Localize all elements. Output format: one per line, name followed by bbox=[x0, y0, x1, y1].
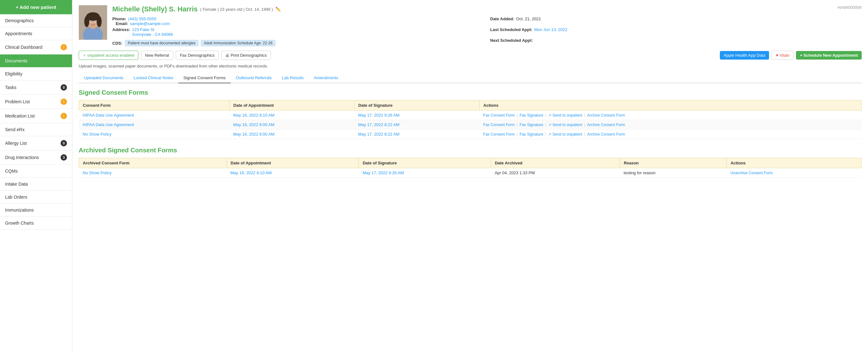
sidebar-item-clinical-dashboard[interactable]: Clinical Dashboard! bbox=[0, 40, 72, 55]
patient-header: Michelle (Shelly) S. Harris ( Female | 2… bbox=[79, 5, 862, 46]
edit-patient-icon[interactable]: ✏️ bbox=[275, 7, 281, 12]
sidebar-item-documents[interactable]: Documents bbox=[0, 55, 72, 68]
svg-point-5 bbox=[84, 16, 90, 27]
sidebar-item-label: Problem List bbox=[5, 99, 30, 104]
date-added-value: Oct. 21, 2021 bbox=[516, 16, 541, 26]
address-row: Address: 123 Fake St Sunnyvale , CA 9408… bbox=[112, 27, 484, 37]
action-archive-consent-form[interactable]: Archive Consent Form bbox=[587, 122, 625, 127]
signed-form-row: HIPAA Data Use AgreementMay 18, 2022 8:1… bbox=[79, 111, 862, 120]
sidebar-item-label: Growth Charts bbox=[5, 220, 34, 225]
archived-date-sig: May 17, 2022 9:26 AM bbox=[359, 168, 491, 178]
last-appt-label: Last Scheduled Appt: bbox=[490, 27, 532, 37]
sidebar-item-cqms[interactable]: CQMs bbox=[0, 165, 72, 178]
sidebar-item-label: Eligibility bbox=[5, 71, 22, 76]
sidebar-item-send-erx[interactable]: Send eRx bbox=[0, 123, 72, 136]
svg-point-9 bbox=[91, 21, 92, 22]
action-send-to-onpatient[interactable]: ↗ Send to onpatient bbox=[548, 132, 582, 137]
tab-amendments[interactable]: Amendments bbox=[309, 73, 343, 83]
patient-info: Michelle (Shelly) S. Harris ( Female | 2… bbox=[112, 5, 862, 46]
signed-col-header: Date of Signature bbox=[354, 100, 479, 111]
tab-outbound[interactable]: Outbound Referrals bbox=[230, 73, 277, 83]
patient-name: Michelle (Shelly) S. Harris bbox=[112, 5, 198, 13]
archived-col-header: Date Archived bbox=[491, 158, 620, 168]
sidebar-badge: ! bbox=[61, 44, 67, 50]
action-fax-signature[interactable]: Fax Signature bbox=[520, 132, 544, 137]
sidebar-item-eligibility[interactable]: Eligibility bbox=[0, 68, 72, 80]
document-tabs: Uploaded DocumentsLocked Clinical NotesS… bbox=[79, 73, 862, 83]
patient-id: HAMI000006 bbox=[838, 5, 862, 10]
date-archived: Apr 04, 2023 1:33 PM bbox=[491, 168, 620, 178]
action-fax-signature[interactable]: Fax Signature bbox=[520, 122, 544, 127]
signed-form-row: HIPAA Data Use AgreementMay 18, 2022 8:0… bbox=[79, 120, 862, 130]
sidebar-item-appointments[interactable]: Appointments bbox=[0, 27, 72, 40]
signed-col-header: Date of Appointment bbox=[229, 100, 354, 111]
sidebar-item-problem-list[interactable]: Problem List! bbox=[0, 95, 72, 109]
signed-form-row: No Show PolicyMay 18, 2022 8:00 AMMay 17… bbox=[79, 130, 862, 139]
schedule-appointment-button[interactable]: + Schedule New Appointment bbox=[796, 51, 862, 60]
next-appt-row: Next Scheduled Appt: bbox=[490, 38, 862, 46]
signed-forms-section: Signed Consent Forms Consent FormDate of… bbox=[79, 89, 862, 139]
archived-col-header: Reason bbox=[620, 158, 726, 168]
address-value: 123 Fake St Sunnyvale , CA 94089 bbox=[132, 27, 173, 37]
signed-forms-title: Signed Consent Forms bbox=[79, 89, 862, 96]
sidebar-item-label: Intake Data bbox=[5, 181, 28, 186]
add-patient-button[interactable]: + Add new patient bbox=[0, 0, 72, 14]
sidebar-item-growth-charts[interactable]: Growth Charts bbox=[0, 217, 72, 230]
action-unarchive-consent-form[interactable]: Unarchive Consent Form bbox=[730, 171, 773, 175]
form-actions: Fax Consent Form|Fax Signature|↗ Send to… bbox=[479, 130, 861, 139]
date-sig: May 17, 2022 9:26 AM bbox=[354, 111, 479, 120]
patient-name-row: Michelle (Shelly) S. Harris ( Female | 2… bbox=[112, 5, 862, 13]
tab-uploaded[interactable]: Uploaded Documents bbox=[79, 73, 128, 83]
archived-forms-table: Archived Consent FormDate of Appointment… bbox=[79, 158, 862, 178]
archived-form-link[interactable]: No Show Policy bbox=[83, 170, 112, 175]
consent-form-link[interactable]: No Show Policy bbox=[83, 132, 112, 137]
email-label: Email: bbox=[116, 21, 128, 26]
archived-col-header: Archived Consent Form bbox=[79, 158, 227, 168]
patient-details-grid: Phone: (443) 555-5555 Email: sample@samp… bbox=[112, 16, 862, 46]
archived-actions: Unarchive Consent Form bbox=[726, 168, 861, 178]
consent-form-link[interactable]: HIPAA Data Use Agreement bbox=[83, 122, 134, 127]
action-fax-consent-form[interactable]: Fax Consent Form bbox=[483, 122, 515, 127]
print-demographics-button[interactable]: 🖨 Print Demographics bbox=[221, 51, 271, 60]
sidebar-item-allergy-list[interactable]: Allergy List0 bbox=[0, 136, 72, 150]
sidebar-item-demographics[interactable]: Demographics bbox=[0, 14, 72, 27]
sidebar-item-tasks[interactable]: Tasks0 bbox=[0, 80, 72, 95]
action-fax-signature[interactable]: Fax Signature bbox=[520, 113, 544, 117]
signed-forms-table: Consent FormDate of AppointmentDate of S… bbox=[79, 100, 862, 139]
archived-col-header: Date of Signature bbox=[359, 158, 491, 168]
apple-health-button[interactable]: Apple Health App Data bbox=[720, 51, 769, 60]
sidebar-item-label: Immunizations bbox=[5, 208, 34, 213]
sidebar-badge: 0 bbox=[61, 140, 67, 146]
tab-lab[interactable]: Lab Results bbox=[277, 73, 309, 83]
onpatient-button[interactable]: ✓ onpatient access enabled bbox=[79, 51, 138, 60]
main-content: Michelle (Shelly) S. Harris ( Female | 2… bbox=[72, 0, 868, 351]
action-archive-consent-form[interactable]: Archive Consent Form bbox=[587, 113, 625, 117]
action-send-to-onpatient[interactable]: ↗ Send to onpatient bbox=[548, 122, 582, 127]
tab-locked[interactable]: Locked Clinical Notes bbox=[128, 73, 178, 83]
new-referral-button[interactable]: New Referral bbox=[141, 51, 173, 60]
vitals-button[interactable]: ♥ Vitals bbox=[772, 51, 794, 60]
sidebar-item-label: Clinical Dashboard bbox=[5, 45, 42, 50]
svg-point-10 bbox=[94, 21, 95, 22]
sidebar-item-label: Tasks bbox=[5, 85, 17, 90]
sidebar-item-drug-interactions[interactable]: Drug Interactions3 bbox=[0, 150, 72, 165]
consent-form-link[interactable]: HIPAA Data Use Agreement bbox=[83, 113, 134, 117]
action-fax-consent-form[interactable]: Fax Consent Form bbox=[483, 132, 515, 137]
sidebar-item-immunizations[interactable]: Immunizations bbox=[0, 204, 72, 217]
cds-row: CDS: Patient must have documented allerg… bbox=[112, 40, 484, 46]
email-value: sample@sample.com bbox=[130, 21, 170, 26]
action-archive-consent-form[interactable]: Archive Consent Form bbox=[587, 132, 625, 137]
form-actions: Fax Consent Form|Fax Signature|↗ Send to… bbox=[479, 111, 861, 120]
phone-label: Phone: bbox=[112, 16, 126, 21]
archive-reason: testing for reason bbox=[620, 168, 726, 178]
sidebar-item-medication-list[interactable]: Medication List! bbox=[0, 109, 72, 123]
tab-signed[interactable]: Signed Consent Forms bbox=[178, 73, 230, 83]
action-fax-consent-form[interactable]: Fax Consent Form bbox=[483, 113, 515, 117]
patient-photo bbox=[79, 5, 107, 40]
sidebar-item-intake-data[interactable]: Intake Data bbox=[0, 178, 72, 191]
fax-demographics-button[interactable]: Fax Demographics bbox=[176, 51, 219, 60]
action-send-to-onpatient[interactable]: ↗ Send to onpatient bbox=[548, 113, 582, 117]
sidebar-item-label: Documents bbox=[5, 58, 28, 63]
date-sig: May 17, 2022 8:22 AM bbox=[354, 130, 479, 139]
sidebar-item-lab-orders[interactable]: Lab Orders bbox=[0, 191, 72, 204]
